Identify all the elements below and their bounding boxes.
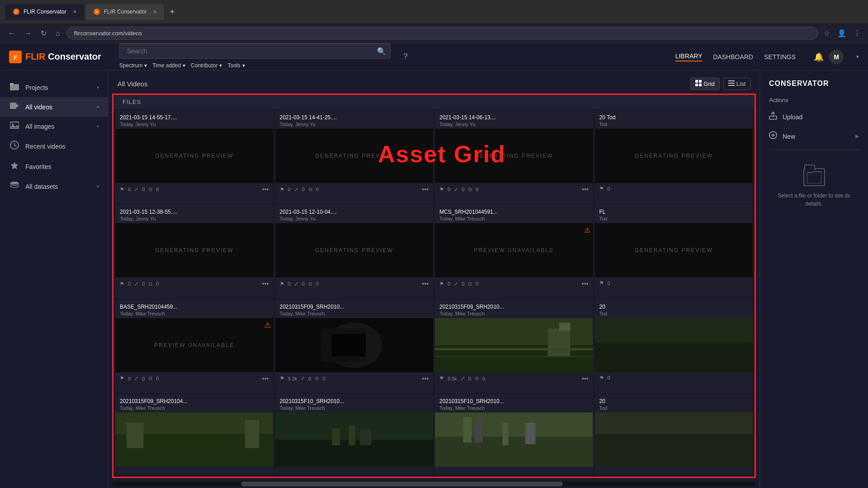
more-icon-2[interactable]: ••• <box>422 186 429 193</box>
svg-rect-21 <box>728 83 735 84</box>
action-upload[interactable]: Upload <box>769 107 859 127</box>
profile-icon[interactable]: 👤 <box>835 27 848 39</box>
top-nav: F FLIR Conservator 🔍 Spectrum ▾ Time add… <box>0 43 868 70</box>
asset-card-subtitle-12: Tod <box>599 311 749 316</box>
stat-c-7: 0 <box>476 281 478 286</box>
back-button[interactable]: ← <box>5 28 18 39</box>
forward-button[interactable]: → <box>22 28 34 39</box>
asset-card-header-15: 20210315F10_SRH2010... Today, Mike Treus… <box>435 394 593 413</box>
nav-dashboard[interactable]: DASHBOARD <box>713 53 753 61</box>
more-icon-3[interactable]: ••• <box>582 186 589 193</box>
sidebar-item-all-images[interactable]: All images ▾ <box>0 117 108 136</box>
browser-tab-2[interactable]: F FLIR Conservator ✕ <box>86 4 165 20</box>
more-icon-1[interactable]: ••• <box>262 186 269 193</box>
flag-icon-3: ⚑ <box>439 187 444 192</box>
more-icon-7[interactable]: ••• <box>582 280 589 287</box>
more-icon-6[interactable]: ••• <box>422 280 429 287</box>
action-new[interactable]: New ▶ <box>769 127 859 146</box>
flag-icon-8: ⚑ <box>599 280 604 286</box>
filter-contributor[interactable]: Contributor ▾ <box>191 62 222 69</box>
expand-icon-11: ⤢ <box>461 375 465 381</box>
asset-card-preview-9: ⚠ PREVIEW UNAVAILABLE <box>115 318 274 372</box>
address-bar[interactable]: flirconservator.com/videos <box>66 27 818 40</box>
preview-text-2: GENERATING PREVIEW <box>315 153 393 159</box>
svg-rect-42 <box>349 426 355 446</box>
asset-card-5[interactable]: 2021-03-15 12-38-55.... Today, Jenny Yu … <box>115 205 274 298</box>
sidebar-item-recent-videos[interactable]: Recent videos <box>0 136 108 156</box>
more-icon-5[interactable]: ••• <box>262 280 269 287</box>
asset-card-1[interactable]: 2021-03-15 14-55-17.... Today, Jenny Yu … <box>115 111 274 203</box>
asset-card-footer-2: ⚑ 0 ⤢ 0 ⊙ 0 ••• <box>275 183 434 196</box>
sidebar-item-favorites[interactable]: Favorites <box>0 156 108 177</box>
upload-label: Upload <box>783 113 802 121</box>
empty-folder-icon <box>803 168 825 186</box>
list-view-button[interactable]: List <box>723 78 750 90</box>
sidebar-item-all-videos[interactable]: All videos ▾ <box>0 97 108 117</box>
asset-card-4-partial[interactable]: 20 Tod Tod GENERATING PREVIEW ⚑ 0 <box>595 111 753 203</box>
asset-card-header-8: FL Tod <box>595 205 753 223</box>
asset-card-7[interactable]: MCS_SRH201044591... Today, Mike Treusch … <box>435 205 593 298</box>
help-icon[interactable]: ? <box>403 52 408 61</box>
browser-tab-1[interactable]: F FLIR Conservator ✕ <box>5 4 84 20</box>
filter-tools[interactable]: Tools ▾ <box>227 62 245 69</box>
preview-text-5: GENERATING PREVIEW <box>155 247 233 253</box>
search-input[interactable] <box>119 43 391 59</box>
nav-library[interactable]: LIBRARY <box>675 52 703 61</box>
asset-card-13[interactable]: 20210315F09_SRH20104... Today, Mike Treu… <box>115 394 274 474</box>
flag-icon-12: ⚑ <box>599 375 604 381</box>
asset-card-9[interactable]: BASE_SRH20104459... Today, Mike Treusch … <box>115 300 274 393</box>
asset-card-2[interactable]: 2021-03-15 14-41-25.... Today, Jenny Yu … <box>275 111 434 203</box>
scrollbar-thumb[interactable] <box>241 482 563 486</box>
stat-a-5: 0 <box>128 281 131 286</box>
preview-text-4: GENERATING PREVIEW <box>635 153 713 159</box>
more-icon-9[interactable]: ••• <box>262 375 269 382</box>
notification-icon[interactable]: 🔔 <box>814 52 824 62</box>
asset-card-footer-4: ⚑ 0 <box>595 183 753 194</box>
tab-close-1[interactable]: ✕ <box>73 9 77 15</box>
svg-text:F: F <box>15 10 18 14</box>
nav-icons: 🔔 M ▾ <box>814 50 859 64</box>
flag-icon-9: ⚑ <box>120 375 124 381</box>
user-chevron-icon[interactable]: ▾ <box>856 54 859 60</box>
asset-card-16-partial[interactable]: 20 Tod <box>595 394 753 474</box>
preview-text-9: PREVIEW UNAVAILABLE <box>154 342 234 348</box>
svg-rect-51 <box>595 434 753 466</box>
grid-view-button[interactable]: Grid <box>690 78 720 90</box>
more-icon-10[interactable]: ••• <box>422 375 429 382</box>
svg-marker-12 <box>10 125 19 127</box>
star-icon[interactable]: ☆ <box>822 27 832 39</box>
asset-card-10[interactable]: 20210315F09_SRH2010... Today, Mike Treus… <box>275 300 434 393</box>
asset-card-6[interactable]: 2021-03-15 12-10-04.... Today, Jenny Yu … <box>275 205 434 298</box>
svg-rect-8 <box>10 103 16 109</box>
asset-card-preview-7: ⚠ PREVIEW UNAVAILABLE <box>435 223 593 277</box>
asset-card-header-14: 20210315F10_SRH2010... Today, Mike Treus… <box>275 394 434 413</box>
asset-card-preview-15 <box>435 413 593 467</box>
asset-card-title-5: 2021-03-15 12-38-55.... <box>120 209 269 215</box>
stat-c-5: 0 <box>156 281 159 286</box>
tab-close-2[interactable]: ✕ <box>153 9 157 15</box>
more-icon-11[interactable]: ••• <box>582 375 589 382</box>
asset-card-header-4: 20 Tod Tod <box>595 111 753 129</box>
user-avatar[interactable]: M <box>829 50 844 64</box>
asset-card-footer-9: ⚑ 0 ⤢ 0 ⊙ 0 ••• <box>115 372 274 385</box>
nav-settings[interactable]: SETTINGS <box>764 53 796 61</box>
asset-card-14[interactable]: 20210315F10_SRH2010... Today, Mike Treus… <box>275 394 434 474</box>
horizontal-scrollbar[interactable] <box>112 482 756 486</box>
asset-card-8-partial[interactable]: FL Tod GENERATING PREVIEW ⚑ 0 <box>595 205 753 298</box>
new-label: New <box>783 133 795 140</box>
sidebar-item-projects[interactable]: Projects ▾ <box>0 78 108 97</box>
refresh-button[interactable]: ↻ <box>38 27 49 39</box>
home-button[interactable]: ⌂ <box>53 28 63 39</box>
asset-card-11[interactable]: 20210315F09_SRH2010... Today, Mike Treus… <box>435 300 593 393</box>
asset-card-footer-7: ⚑ 0 ⤢ 0 ⊙ 0 ••• <box>435 277 593 290</box>
filter-spectrum[interactable]: Spectrum ▾ <box>119 62 147 69</box>
menu-icon[interactable]: ⋮ <box>852 27 863 39</box>
asset-card-15[interactable]: 20210315F10_SRH2010... Today, Mike Treus… <box>435 394 593 474</box>
svg-rect-31 <box>435 348 593 350</box>
filter-time-added[interactable]: Time added ▾ <box>152 62 185 69</box>
asset-card-3[interactable]: 2021-03-15 14-06-13.... Today, Jenny Yu … <box>435 111 593 203</box>
asset-card-12-partial[interactable]: 20 Tod ⚑ 0 <box>595 300 753 393</box>
sidebar-item-all-datasets[interactable]: All datasets ▾ <box>0 177 108 196</box>
app-container: F FLIR Conservator 🔍 Spectrum ▾ Time add… <box>0 43 868 488</box>
new-tab-button[interactable]: + <box>166 4 178 20</box>
